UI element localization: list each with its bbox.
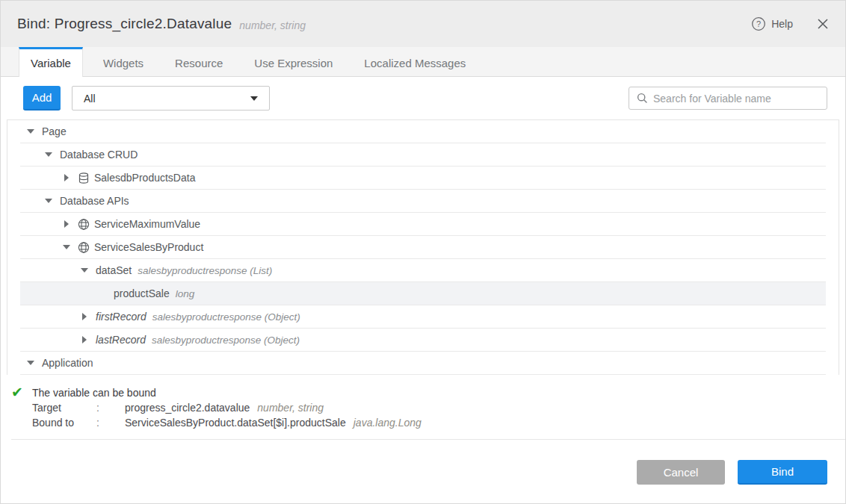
globe-icon <box>78 241 90 254</box>
tree-node-dataset[interactable]: dataSetsalesbyproductresponse (List) <box>20 259 826 282</box>
tree-node-label: Page <box>42 125 67 137</box>
close-icon[interactable] <box>817 18 829 30</box>
help-button[interactable]: ? Help <box>751 16 793 31</box>
tree-node-label: lastRecord <box>96 334 146 346</box>
caret-down-icon[interactable] <box>45 199 60 203</box>
dialog-subtitle: number, string <box>239 19 306 31</box>
tab-bar: Variable Widgets Resource Use Expression… <box>1 47 845 77</box>
tree-node-type: salesbyproductresponse (List) <box>138 265 272 276</box>
target-label: Target <box>32 400 96 415</box>
caret-right-icon[interactable] <box>63 174 78 181</box>
tree-node-label: Database APIs <box>60 195 129 207</box>
globe-icon <box>78 218 90 231</box>
tab-widgets[interactable]: Widgets <box>92 47 155 76</box>
caret-down-icon[interactable] <box>27 129 42 134</box>
bind-status: ✔ The variable can be bound Target : pro… <box>1 375 845 440</box>
help-icon[interactable]: ? <box>751 16 766 31</box>
variable-filter-select[interactable]: All <box>72 86 270 111</box>
bind-button[interactable]: Bind <box>738 460 827 485</box>
tree-node-database-crud[interactable]: Database CRUD <box>20 143 826 167</box>
status-message: The variable can be bound <box>32 385 156 400</box>
boundto-value: ServiceSalesByProduct.dataSet[$i].produc… <box>125 415 346 430</box>
tree-node-label: SalesdbProductsData <box>94 172 195 184</box>
status-target-row: Target : progress_circle2.datavalue numb… <box>32 400 845 415</box>
target-value: progress_circle2.datavalue <box>125 400 250 415</box>
filter-selected-value: All <box>84 93 96 105</box>
tree-node-servicemaximumvalue[interactable]: ServiceMaximumValue <box>20 213 826 236</box>
caret-right-icon[interactable] <box>81 336 96 343</box>
caret-down-icon[interactable] <box>81 268 96 273</box>
svg-text:?: ? <box>756 19 761 28</box>
tree-node-servicesalesbyproduct[interactable]: ServiceSalesByProduct <box>20 236 826 259</box>
tree-node-label: Database CRUD <box>60 149 138 161</box>
tree-node-type: salesbyproductresponse (Object) <box>152 335 300 346</box>
dialog-title: Bind: Progress_circle2.Datavalue <box>17 16 232 32</box>
caret-right-icon[interactable] <box>81 313 96 320</box>
caret-down-icon[interactable] <box>63 245 78 249</box>
tree-node-label: productSale <box>114 287 170 299</box>
tree-node-salesdbproductsdata[interactable]: SalesdbProductsData <box>20 167 826 190</box>
help-label[interactable]: Help <box>771 18 793 30</box>
tree-node-lastrecord[interactable]: lastRecordsalesbyproductresponse (Object… <box>20 329 826 352</box>
tree-node-application[interactable]: Application <box>20 352 826 375</box>
tab-use-expression[interactable]: Use Expression <box>243 47 344 76</box>
tree-node-label: ServiceSalesByProduct <box>94 241 203 253</box>
tab-localized-messages[interactable]: Localized Messages <box>353 47 477 76</box>
tab-resource[interactable]: Resource <box>164 47 234 76</box>
chevron-down-icon <box>250 96 258 101</box>
dialog-footer: Cancel Bind <box>1 440 845 485</box>
caret-right-icon[interactable] <box>63 220 78 228</box>
caret-down-icon[interactable] <box>27 361 42 365</box>
tree-node-firstrecord[interactable]: firstRecordsalesbyproductresponse (Objec… <box>20 305 826 329</box>
tree-node-type: long <box>176 288 195 299</box>
boundto-type: java.lang.Long <box>353 415 422 430</box>
bind-dialog: Bind: Progress_circle2.Datavalue number,… <box>0 0 846 504</box>
tab-variable[interactable]: Variable <box>19 47 83 77</box>
tree-node-productsale[interactable]: productSalelong <box>20 282 826 305</box>
caret-down-icon[interactable] <box>45 152 60 157</box>
target-type: number, string <box>257 400 324 415</box>
database-icon <box>78 172 90 184</box>
search-input[interactable] <box>653 93 819 105</box>
boundto-label: Bound to <box>32 415 96 430</box>
tree-node-database-apis[interactable]: Database APIs <box>20 190 826 213</box>
variable-tree: PageDatabase CRUDSalesdbProductsDataData… <box>7 119 839 375</box>
variable-search[interactable] <box>629 87 827 110</box>
variable-toolbar: Add All <box>1 77 845 119</box>
dialog-header: Bind: Progress_circle2.Datavalue number,… <box>1 1 845 47</box>
add-variable-button[interactable]: Add <box>23 86 61 111</box>
tree-node-page[interactable]: Page <box>20 120 826 143</box>
tree-node-label: ServiceMaximumValue <box>94 218 200 230</box>
tree-node-label: firstRecord <box>96 311 146 323</box>
search-icon <box>637 93 648 104</box>
tree-node-type: salesbyproductresponse (Object) <box>152 311 300 323</box>
status-boundto-row: Bound to : ServiceSalesByProduct.dataSet… <box>32 415 845 430</box>
green-check-icon: ✔ <box>11 385 32 400</box>
tree-node-label: dataSet <box>96 264 132 276</box>
tree-node-label: Application <box>42 357 93 369</box>
cancel-button[interactable]: Cancel <box>637 460 725 485</box>
